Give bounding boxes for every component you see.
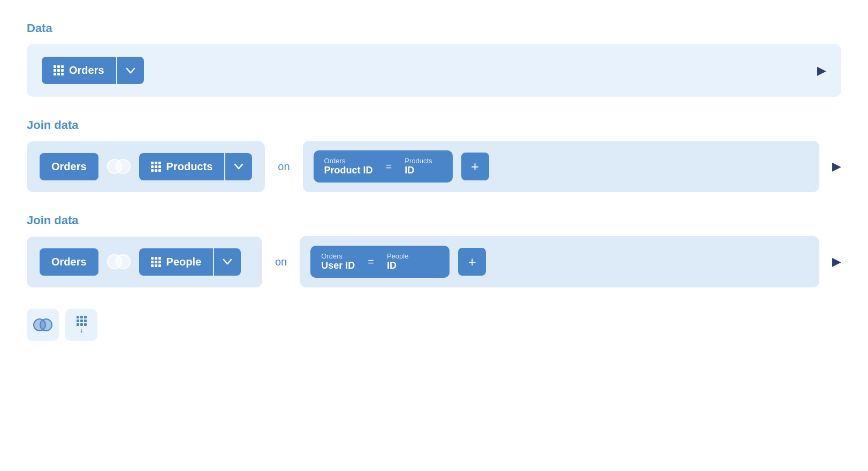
join1-left-panel: Orders Products	[27, 141, 265, 192]
chevron-down-icon-people	[223, 259, 232, 265]
chevron-down-icon-products	[234, 163, 243, 170]
grid-icon-products	[151, 162, 161, 172]
join1-products-selector[interactable]: Products	[139, 153, 253, 180]
bottom-toolbar: +	[27, 309, 841, 341]
join2-condition-top: Orders User ID = People ID	[321, 252, 439, 271]
orders-table-label: Orders	[69, 64, 104, 77]
join1-products-label: Products	[166, 161, 213, 173]
join2-people-selector[interactable]: People	[139, 248, 241, 276]
join2-section-title: Join data	[27, 214, 841, 227]
join2-join-icon	[107, 254, 131, 270]
join1-right-table: Products	[405, 157, 432, 165]
grid-icon	[54, 65, 64, 75]
join2-right-table: People	[387, 252, 408, 260]
join2-row: Orders People	[27, 236, 841, 287]
join1-right-panel: Orders Product ID = Products ID +	[303, 141, 819, 192]
chevron-down-icon	[126, 67, 135, 74]
join2-people-label: People	[166, 256, 202, 268]
join1-left-table: Orders	[324, 157, 373, 165]
data-section-arrow[interactable]: ▶	[817, 64, 826, 78]
join1-orders-button[interactable]: Orders	[40, 153, 98, 180]
join2-left-table: Orders	[321, 252, 355, 260]
join1-right-field: ID	[405, 165, 432, 176]
join1-section-title: Join data	[27, 118, 841, 132]
join2-people-button[interactable]: People	[139, 248, 214, 276]
join2-right-field: ID	[387, 260, 408, 271]
join2-left-field: User ID	[321, 260, 355, 271]
join2-add-condition-button[interactable]: +	[458, 248, 486, 276]
join2-condition-card[interactable]: Orders User ID = People ID	[310, 246, 450, 278]
orders-table-selector[interactable]: Orders	[42, 57, 144, 84]
orders-dropdown-button[interactable]	[117, 57, 144, 84]
join-section-1: Join data Orders Products	[27, 118, 841, 192]
data-row: Orders ▶	[27, 44, 841, 97]
join1-condition-right: Products ID	[405, 157, 432, 176]
join1-join-icon	[107, 158, 131, 174]
join1-products-dropdown[interactable]	[225, 153, 252, 180]
join2-condition-right: People ID	[387, 252, 408, 271]
join1-left-field: Product ID	[324, 165, 373, 176]
join1-condition-top: Orders Product ID = Products ID	[324, 157, 442, 176]
join1-row: Orders Products	[27, 141, 841, 192]
join1-add-condition-button[interactable]: +	[461, 153, 489, 180]
join2-orders-button[interactable]: Orders	[40, 248, 98, 276]
add-join-button[interactable]	[27, 309, 59, 341]
data-section-title: Data	[27, 21, 841, 35]
join2-left-panel: Orders People	[27, 237, 262, 287]
join2-people-dropdown[interactable]	[214, 248, 241, 276]
join1-orders-label: Orders	[51, 161, 87, 173]
join1-condition-left: Orders Product ID	[324, 157, 373, 176]
circle-right	[116, 159, 131, 174]
grid-icon-people	[151, 257, 161, 267]
join2-orders-label: Orders	[51, 256, 87, 268]
grid-rows	[77, 316, 87, 326]
plus-icon: +	[79, 327, 83, 335]
orders-table-button[interactable]: Orders	[42, 57, 116, 84]
join-toolbar-icon	[33, 318, 52, 332]
join2-on-label: on	[275, 256, 287, 268]
join2-condition-left: Orders User ID	[321, 252, 355, 271]
join1-equals: =	[386, 161, 392, 173]
join2-arrow[interactable]: ▶	[832, 255, 841, 269]
join-section-2: Join data Orders People	[27, 214, 841, 287]
join2-equals: =	[368, 256, 374, 268]
join1-on-label: on	[278, 161, 290, 173]
circle-sm-right	[40, 318, 52, 331]
join2-right-panel: Orders User ID = People ID +	[300, 236, 819, 287]
circle-right-2	[116, 254, 131, 269]
add-table-button[interactable]: +	[65, 309, 97, 341]
grid-plus-icon: +	[77, 316, 87, 335]
join1-products-button[interactable]: Products	[139, 153, 225, 180]
data-section: Data Orders ▶	[27, 21, 841, 97]
join1-condition-card[interactable]: Orders Product ID = Products ID	[314, 150, 453, 183]
join1-arrow[interactable]: ▶	[832, 159, 841, 173]
